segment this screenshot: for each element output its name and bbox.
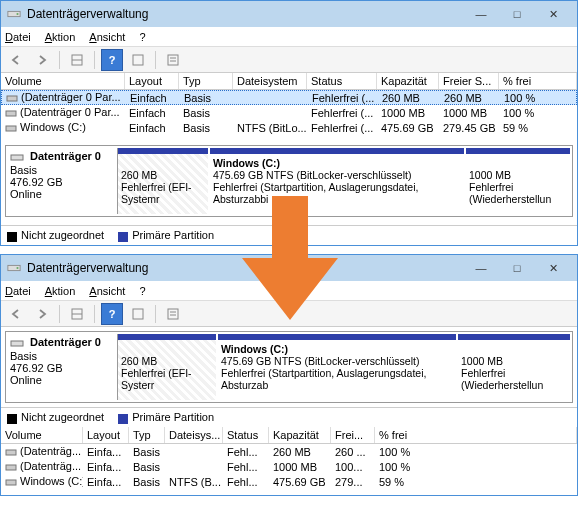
col-capacity[interactable]: Kapazität — [269, 427, 331, 443]
legend-primary-swatch — [118, 414, 128, 424]
col-filesystem[interactable]: Dateisystem — [233, 73, 307, 89]
volume-row[interactable]: (Datenträg... Einfa... Basis Fehl... 260… — [1, 444, 577, 459]
close-button[interactable]: ✕ — [535, 1, 571, 27]
vol-name: Windows (C:) — [20, 121, 86, 133]
view-button[interactable] — [66, 303, 88, 325]
help-button[interactable]: ? — [101, 303, 123, 325]
svg-rect-16 — [133, 309, 143, 319]
svg-rect-4 — [133, 55, 143, 65]
disk-icon — [10, 150, 24, 164]
col-capacity[interactable]: Kapazität — [377, 73, 439, 89]
disk-graphical-view: Datenträger 0 Basis 476.92 GB Online 260… — [5, 145, 573, 217]
menu-help[interactable]: ? — [139, 285, 145, 297]
menu-file[interactable]: Datei — [5, 31, 31, 43]
volume-list-header: Volume Layout Typ Dateisys... Status Kap… — [1, 427, 577, 444]
disk-state: Online — [10, 188, 42, 200]
refresh-button[interactable] — [127, 49, 149, 71]
window-title: Datenträgerverwaltung — [27, 261, 463, 275]
back-button[interactable] — [5, 303, 27, 325]
help-button[interactable]: ? — [101, 49, 123, 71]
volume-icon — [5, 461, 17, 473]
col-layout[interactable]: Layout — [125, 73, 179, 89]
maximize-button[interactable]: □ — [499, 255, 535, 281]
legend-primary-swatch — [118, 232, 128, 242]
partition-windows[interactable]: Windows (C:) 475.69 GB NTFS (BitLocker-v… — [210, 148, 464, 214]
svg-rect-21 — [6, 450, 16, 455]
svg-rect-20 — [11, 341, 23, 346]
svg-rect-9 — [6, 111, 16, 116]
volume-icon — [5, 107, 17, 119]
svg-rect-11 — [11, 155, 23, 160]
partition-recovery[interactable]: 1000 MB Fehlerfrei (Wiederherstellun — [466, 148, 570, 214]
col-free[interactable]: Freier S... — [439, 73, 499, 89]
vol-name: (Datenträger 0 Par... — [21, 91, 121, 103]
vol-name: (Datenträger 0 Par... — [20, 106, 120, 118]
legend-unallocated-swatch — [7, 414, 17, 424]
legend: Nicht zugeordnet Primäre Partition — [1, 225, 577, 245]
back-button[interactable] — [5, 49, 27, 71]
menu-file[interactable]: Datei — [5, 285, 31, 297]
app-icon — [7, 261, 21, 275]
svg-point-1 — [16, 13, 18, 15]
properties-button[interactable] — [162, 49, 184, 71]
menu-action[interactable]: Aktion — [45, 31, 76, 43]
forward-button[interactable] — [31, 49, 53, 71]
col-free[interactable]: Frei... — [331, 427, 375, 443]
separator — [94, 51, 95, 69]
volume-icon — [5, 476, 17, 488]
volume-row[interactable]: (Datenträg... Einfa... Basis Fehl... 100… — [1, 459, 577, 474]
menu-view[interactable]: Ansicht — [89, 31, 125, 43]
disk-mgmt-window-bottom: Datenträgerverwaltung — □ ✕ Datei Aktion… — [0, 254, 578, 496]
disk-type: Basis — [10, 164, 37, 176]
col-type[interactable]: Typ — [129, 427, 165, 443]
minimize-button[interactable]: — — [463, 255, 499, 281]
partition-windows[interactable]: Windows (C:) 475.69 GB NTFS (BitLocker-v… — [218, 334, 456, 400]
menu-view[interactable]: Ansicht — [89, 285, 125, 297]
minimize-button[interactable]: — — [463, 1, 499, 27]
volume-icon — [5, 122, 17, 134]
col-volume[interactable]: Volume — [1, 73, 125, 89]
col-layout[interactable]: Layout — [83, 427, 129, 443]
close-button[interactable]: ✕ — [535, 255, 571, 281]
window-title: Datenträgerverwaltung — [27, 7, 463, 21]
disk-icon — [10, 336, 24, 350]
volume-list-header: Volume Layout Typ Dateisystem Status Kap… — [1, 73, 577, 90]
menu-action[interactable]: Aktion — [45, 285, 76, 297]
volume-row[interactable]: Windows (C:) Einfa... Basis NTFS (B... F… — [1, 474, 577, 489]
partition-efi[interactable]: 260 MB Fehlerfrei (EFI-Systemr — [118, 148, 208, 214]
col-pctfree[interactable]: % frei — [375, 427, 577, 443]
col-filesystem[interactable]: Dateisys... — [165, 427, 223, 443]
col-status[interactable]: Status — [307, 73, 377, 89]
properties-button[interactable] — [162, 303, 184, 325]
titlebar[interactable]: Datenträgerverwaltung — □ ✕ — [1, 1, 577, 27]
disk-graphical-view: Datenträger 0 Basis 476.92 GB Online 260… — [5, 331, 573, 403]
forward-button[interactable] — [31, 303, 53, 325]
col-type[interactable]: Typ — [179, 73, 233, 89]
svg-rect-10 — [6, 126, 16, 131]
volume-row[interactable]: (Datenträger 0 Par... Einfach Basis Fehl… — [1, 105, 577, 120]
volume-icon — [5, 446, 17, 458]
svg-rect-23 — [6, 480, 16, 485]
partition-title: Windows (C:) — [213, 157, 461, 169]
legend-primary-label: Primäre Partition — [132, 229, 214, 241]
refresh-button[interactable] — [127, 303, 149, 325]
maximize-button[interactable]: □ — [499, 1, 535, 27]
view-button[interactable] — [66, 49, 88, 71]
disk-header[interactable]: Datenträger 0 Basis 476.92 GB Online — [8, 334, 118, 400]
app-icon — [7, 7, 21, 21]
col-pctfree[interactable]: % frei — [499, 73, 577, 89]
separator — [155, 51, 156, 69]
volume-icon — [6, 92, 18, 104]
disk-size: 476.92 GB — [10, 176, 63, 188]
disk-mgmt-window-top: Datenträgerverwaltung — □ ✕ Datei Aktion… — [0, 0, 578, 246]
volume-row[interactable]: (Datenträger 0 Par... Einfach Basis Fehl… — [1, 90, 577, 105]
menu-help[interactable]: ? — [139, 31, 145, 43]
partition-efi[interactable]: 260 MB Fehlerfrei (EFI-Systerr — [118, 334, 216, 400]
col-volume[interactable]: Volume — [1, 427, 83, 443]
disk-header[interactable]: Datenträger 0 Basis 476.92 GB Online — [8, 148, 118, 214]
col-status[interactable]: Status — [223, 427, 269, 443]
partition-recovery[interactable]: 1000 MB Fehlerfrei (Wiederherstellun — [458, 334, 570, 400]
volume-row[interactable]: Windows (C:) Einfach Basis NTFS (BitLo..… — [1, 120, 577, 135]
svg-rect-22 — [6, 465, 16, 470]
titlebar[interactable]: Datenträgerverwaltung — □ ✕ — [1, 255, 577, 281]
